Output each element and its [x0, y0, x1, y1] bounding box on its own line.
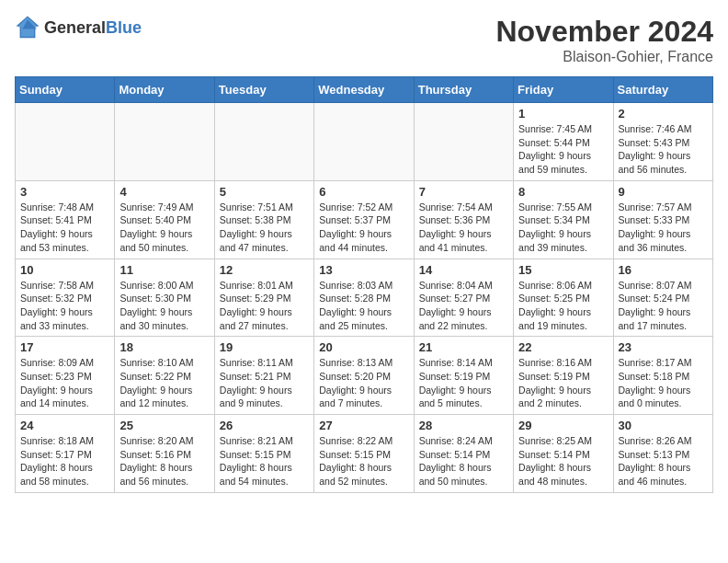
- day-cell-24: 24Sunrise: 8:18 AMSunset: 5:17 PMDayligh…: [16, 415, 115, 493]
- day-cell-15: 15Sunrise: 8:06 AMSunset: 5:25 PMDayligh…: [514, 259, 613, 337]
- day-info: Sunrise: 7:57 AMSunset: 5:33 PMDaylight:…: [619, 201, 708, 255]
- day-cell-7: 7Sunrise: 7:54 AMSunset: 5:36 PMDaylight…: [414, 180, 513, 259]
- day-number: 27: [319, 419, 408, 432]
- day-info: Sunrise: 8:10 AMSunset: 5:22 PMDaylight:…: [119, 356, 209, 410]
- day-info: Sunrise: 8:17 AMSunset: 5:18 PMDaylight:…: [619, 356, 708, 410]
- day-cell-17: 17Sunrise: 8:09 AMSunset: 5:23 PMDayligh…: [16, 337, 115, 415]
- day-cell-25: 25Sunrise: 8:20 AMSunset: 5:16 PMDayligh…: [115, 415, 214, 493]
- day-info: Sunrise: 7:58 AMSunset: 5:32 PMDaylight:…: [20, 279, 109, 333]
- day-info: Sunrise: 8:11 AMSunset: 5:21 PMDaylight:…: [220, 356, 309, 410]
- day-info: Sunrise: 7:55 AMSunset: 5:34 PMDaylight:…: [518, 201, 608, 255]
- day-number: 15: [518, 263, 608, 277]
- day-number: 23: [619, 340, 708, 354]
- week-row-1: 1Sunrise: 7:45 AMSunset: 5:44 PMDaylight…: [16, 103, 713, 181]
- day-info: Sunrise: 8:07 AMSunset: 5:24 PMDaylight:…: [619, 279, 708, 333]
- day-info: Sunrise: 7:54 AMSunset: 5:36 PMDaylight:…: [419, 201, 508, 255]
- day-info: Sunrise: 8:26 AMSunset: 5:13 PMDaylight:…: [619, 434, 708, 488]
- day-number: 20: [319, 340, 408, 354]
- day-info: Sunrise: 8:22 AMSunset: 5:15 PMDaylight:…: [319, 434, 408, 488]
- page-header: GeneralBlue November 2024 Blaison-Gohier…: [15, 15, 713, 65]
- weekday-header-sunday: Sunday: [16, 77, 115, 103]
- location-subtitle: Blaison-Gohier, France: [495, 49, 713, 65]
- day-cell-13: 13Sunrise: 8:03 AMSunset: 5:28 PMDayligh…: [314, 259, 414, 337]
- weekday-header-tuesday: Tuesday: [214, 77, 313, 103]
- day-number: 19: [220, 340, 309, 354]
- month-title: November 2024: [495, 15, 713, 49]
- day-number: 5: [220, 185, 309, 199]
- day-cell-1: 1Sunrise: 7:45 AMSunset: 5:44 PMDaylight…: [514, 103, 613, 181]
- day-number: 2: [619, 107, 708, 121]
- logo-text: GeneralBlue: [44, 18, 142, 38]
- day-info: Sunrise: 7:52 AMSunset: 5:37 PMDaylight:…: [319, 201, 408, 255]
- day-info: Sunrise: 8:21 AMSunset: 5:15 PMDaylight:…: [220, 434, 309, 488]
- day-info: Sunrise: 8:09 AMSunset: 5:23 PMDaylight:…: [20, 356, 109, 410]
- day-info: Sunrise: 7:45 AMSunset: 5:44 PMDaylight:…: [518, 122, 608, 177]
- day-info: Sunrise: 7:51 AMSunset: 5:38 PMDaylight:…: [220, 201, 309, 255]
- day-number: 25: [119, 419, 209, 432]
- weekday-header-wednesday: Wednesday: [314, 77, 414, 103]
- weekday-header-saturday: Saturday: [613, 77, 712, 103]
- day-info: Sunrise: 8:18 AMSunset: 5:17 PMDaylight:…: [20, 434, 109, 488]
- day-info: Sunrise: 8:25 AMSunset: 5:14 PMDaylight:…: [518, 434, 608, 488]
- day-number: 8: [518, 185, 608, 199]
- day-cell-20: 20Sunrise: 8:13 AMSunset: 5:20 PMDayligh…: [314, 337, 414, 415]
- day-cell-21: 21Sunrise: 8:14 AMSunset: 5:19 PMDayligh…: [414, 337, 513, 415]
- day-number: 30: [619, 419, 708, 432]
- empty-cell: [414, 103, 513, 181]
- day-cell-4: 4Sunrise: 7:49 AMSunset: 5:40 PMDaylight…: [115, 180, 214, 259]
- day-cell-22: 22Sunrise: 8:16 AMSunset: 5:19 PMDayligh…: [514, 337, 613, 415]
- day-info: Sunrise: 7:48 AMSunset: 5:41 PMDaylight:…: [20, 201, 109, 255]
- weekday-header-friday: Friday: [514, 77, 613, 103]
- day-cell-12: 12Sunrise: 8:01 AMSunset: 5:29 PMDayligh…: [214, 259, 313, 337]
- day-cell-30: 30Sunrise: 8:26 AMSunset: 5:13 PMDayligh…: [613, 415, 712, 493]
- day-info: Sunrise: 8:24 AMSunset: 5:14 PMDaylight:…: [419, 434, 508, 488]
- day-info: Sunrise: 8:13 AMSunset: 5:20 PMDaylight:…: [319, 356, 408, 410]
- day-number: 29: [518, 419, 608, 432]
- day-cell-28: 28Sunrise: 8:24 AMSunset: 5:14 PMDayligh…: [414, 415, 513, 493]
- day-number: 21: [419, 340, 508, 354]
- day-cell-27: 27Sunrise: 8:22 AMSunset: 5:15 PMDayligh…: [314, 415, 414, 493]
- day-number: 26: [220, 419, 309, 432]
- day-number: 12: [220, 263, 309, 277]
- day-number: 22: [518, 340, 608, 354]
- week-row-4: 17Sunrise: 8:09 AMSunset: 5:23 PMDayligh…: [16, 337, 713, 415]
- day-info: Sunrise: 8:14 AMSunset: 5:19 PMDaylight:…: [419, 356, 508, 410]
- title-area: November 2024 Blaison-Gohier, France: [495, 15, 713, 65]
- weekday-header-row: SundayMondayTuesdayWednesdayThursdayFrid…: [16, 77, 713, 103]
- day-cell-3: 3Sunrise: 7:48 AMSunset: 5:41 PMDaylight…: [16, 180, 115, 259]
- logo: GeneralBlue: [15, 15, 142, 40]
- day-info: Sunrise: 8:03 AMSunset: 5:28 PMDaylight:…: [319, 279, 408, 333]
- day-cell-8: 8Sunrise: 7:55 AMSunset: 5:34 PMDaylight…: [514, 180, 613, 259]
- empty-cell: [314, 103, 414, 181]
- day-cell-19: 19Sunrise: 8:11 AMSunset: 5:21 PMDayligh…: [214, 337, 313, 415]
- day-info: Sunrise: 8:04 AMSunset: 5:27 PMDaylight:…: [419, 279, 508, 333]
- day-cell-18: 18Sunrise: 8:10 AMSunset: 5:22 PMDayligh…: [115, 337, 214, 415]
- day-number: 3: [20, 185, 109, 199]
- day-info: Sunrise: 8:20 AMSunset: 5:16 PMDaylight:…: [119, 434, 209, 488]
- day-info: Sunrise: 7:46 AMSunset: 5:43 PMDaylight:…: [619, 122, 708, 177]
- day-number: 7: [419, 185, 508, 199]
- logo-blue: Blue: [106, 18, 142, 37]
- week-row-5: 24Sunrise: 8:18 AMSunset: 5:17 PMDayligh…: [16, 415, 713, 493]
- week-row-3: 10Sunrise: 7:58 AMSunset: 5:32 PMDayligh…: [16, 259, 713, 337]
- day-info: Sunrise: 8:00 AMSunset: 5:30 PMDaylight:…: [119, 279, 209, 333]
- day-cell-29: 29Sunrise: 8:25 AMSunset: 5:14 PMDayligh…: [514, 415, 613, 493]
- day-info: Sunrise: 8:06 AMSunset: 5:25 PMDaylight:…: [518, 279, 608, 333]
- calendar-table: SundayMondayTuesdayWednesdayThursdayFrid…: [15, 76, 713, 493]
- empty-cell: [214, 103, 313, 181]
- day-cell-11: 11Sunrise: 8:00 AMSunset: 5:30 PMDayligh…: [115, 259, 214, 337]
- weekday-header-monday: Monday: [115, 77, 214, 103]
- day-info: Sunrise: 7:49 AMSunset: 5:40 PMDaylight:…: [119, 201, 209, 255]
- day-number: 6: [319, 185, 408, 199]
- day-cell-2: 2Sunrise: 7:46 AMSunset: 5:43 PMDaylight…: [613, 103, 712, 181]
- logo-general: General: [44, 18, 106, 37]
- day-info: Sunrise: 8:01 AMSunset: 5:29 PMDaylight:…: [220, 279, 309, 333]
- day-cell-10: 10Sunrise: 7:58 AMSunset: 5:32 PMDayligh…: [16, 259, 115, 337]
- day-number: 14: [419, 263, 508, 277]
- day-cell-14: 14Sunrise: 8:04 AMSunset: 5:27 PMDayligh…: [414, 259, 513, 337]
- weekday-header-thursday: Thursday: [414, 77, 513, 103]
- day-cell-26: 26Sunrise: 8:21 AMSunset: 5:15 PMDayligh…: [214, 415, 313, 493]
- empty-cell: [16, 103, 115, 181]
- day-number: 13: [319, 263, 408, 277]
- day-number: 28: [419, 419, 508, 432]
